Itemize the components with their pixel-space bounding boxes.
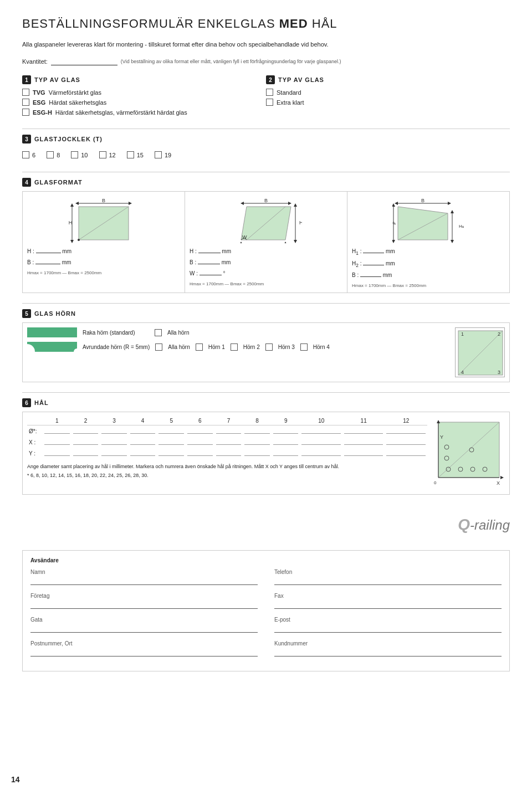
hal-d3 [100,425,129,437]
svg-marker-32 [392,203,395,207]
hal-row-y: Y : [27,448,427,459]
svg-marker-37 [451,240,454,243]
raka-alla-checkbox[interactable] [155,329,162,336]
sender-postnummer-input[interactable] [30,648,258,656]
checkbox-extra-box[interactable] [266,99,273,106]
hal-diagram-svg: Y X 0 [433,417,505,489]
svg-text:B: B [421,199,424,203]
quantity-note: (Vid beställning av olika format eller m… [121,59,341,64]
hal-col-8: 8 [243,417,272,425]
hal-diagram-area: Y X 0 [433,417,505,490]
section4-title: GLASFORMAT [34,179,83,186]
hal-col-9: 9 [272,417,300,425]
horn1-label: Hörn 1 [208,344,225,350]
hal-diameter-label: Ø*: [27,425,43,437]
glasformat-trapezoid: B H₁ H₂ [347,192,509,293]
thickness-10-box[interactable] [71,151,78,158]
hal-y8 [243,448,272,459]
hal-x12 [385,437,427,448]
sender-col-right: Telefon Fax E-post Kundnummer [274,569,502,664]
thickness-6-box[interactable] [22,151,29,158]
thickness-options: 6 8 10 12 15 19 [22,148,510,162]
qrailing-logo: Q-railing [22,516,510,534]
checkbox-standard-box[interactable] [266,89,273,96]
sender-field-foretag: Företag [30,593,258,609]
sender-telefon-input[interactable] [274,576,502,585]
hal-y12 [385,448,427,459]
thickness-15-box[interactable] [127,151,134,158]
checkbox-esg-box[interactable] [22,99,29,106]
checkbox-tvg: TVG Värmeförstärkt glas [22,89,266,96]
sender-gata-input[interactable] [30,624,258,633]
sender-namn-input[interactable] [30,576,258,585]
svg-marker-18 [294,203,297,207]
hal-d9 [272,425,300,437]
thickness-8-label: 8 [57,152,60,158]
title-bold: MED [279,17,308,30]
hal-d6 [186,425,214,437]
hal-col-2: 2 [71,417,100,425]
esgh-code: ESG-H [33,109,52,116]
thickness-8-box[interactable] [47,151,54,158]
horn2-label: Hörn 2 [243,344,260,350]
section5-title: GLAS HÖRN [34,310,76,317]
section6-hal: 6 HÅL 1 2 3 4 5 6 7 8 9 1 [22,398,510,495]
sender-namn-label: Namn [30,569,258,575]
hal-x10 [300,437,342,448]
para-svg: B H W [230,199,302,243]
horn1-checkbox[interactable] [196,343,203,351]
glasformat-trap-inputs: H1 : mm H2 : mm B : mm [352,246,505,281]
section4-num: 4 [22,178,31,187]
horn2-checkbox[interactable] [231,343,238,351]
hal-y7 [214,448,243,459]
sender-epost-input[interactable] [274,624,502,633]
checkbox-esg: ESG Härdat säkerhetsglas [22,99,266,106]
esgh-label: Härdat säkerhetsglas, värmeförstärkt här… [55,109,187,116]
section2: 2 TYP AV GLAS Standard Extra klart [266,75,510,119]
hal-y6 [186,448,214,459]
hal-y4 [129,448,157,459]
sender-field-gata: Gata [30,617,258,633]
thickness-19-box[interactable] [155,151,162,158]
trap-svg: B H₁ H₂ [392,199,464,243]
hal-col-12: 12 [385,417,427,425]
sender-gata-label: Gata [30,617,258,623]
thickness-12: 12 [99,151,116,158]
sender-foretag-input[interactable] [30,600,258,609]
hal-y5 [157,448,186,459]
checkbox-tvg-box[interactable] [22,89,29,96]
horn3-checkbox[interactable] [265,343,273,351]
checkbox-esgh: ESG-H Härdat säkerhetsglas, värmeförstär… [22,109,266,116]
quantity-input[interactable] [51,58,117,65]
svg-text:1: 1 [461,331,464,337]
svg-marker-33 [392,240,395,243]
avrundade-alla-checkbox[interactable] [155,343,162,351]
svg-marker-2 [129,202,132,205]
sender-fax-input[interactable] [274,600,502,609]
hal-x5 [157,437,186,448]
checkbox-esgh-box[interactable] [22,109,29,116]
avrundade-alla-label: Alla hörn [168,344,190,350]
thickness-10: 10 [71,151,88,158]
checkbox-standard: Standard [266,89,510,96]
section-typ-av-glas: 1 TYP AV GLAS TVG Värmeförstärkt glas ES… [22,75,510,119]
sender-kundnummer-input[interactable] [274,648,502,656]
horn4-checkbox[interactable] [300,343,308,351]
thickness-12-box[interactable] [99,151,106,158]
checkbox-extra-klart: Extra klart [266,99,510,106]
hal-col-11: 11 [342,417,385,425]
thickness-8: 8 [47,151,60,158]
esg-code: ESG [33,99,45,106]
hal-d7 [214,425,243,437]
hal-col-6: 6 [186,417,214,425]
hal-col-5: 5 [157,417,186,425]
svg-text:Y: Y [440,434,443,440]
section1-title: TYP AV GLAS [34,76,80,83]
glasformat-rect-inputs: H : mm B : mm [27,246,180,268]
avrundade-horn-color [27,342,77,352]
sender-field-fax: Fax [274,593,502,609]
svg-marker-19 [294,240,297,243]
svg-text:B: B [102,199,105,203]
title-suffix: HÅL [308,17,337,30]
quantity-label: Kvantitet: [22,58,48,65]
